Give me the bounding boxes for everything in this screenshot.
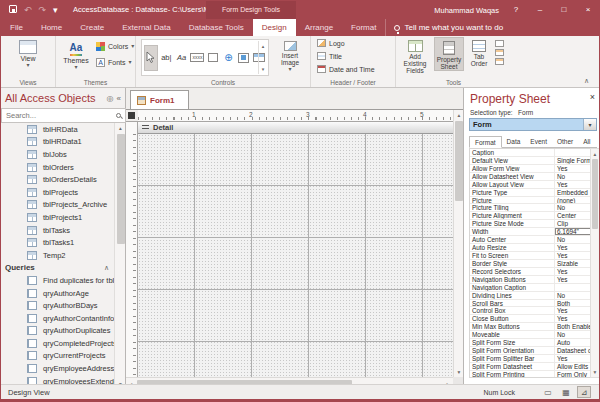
property-row-allow-datasheet-view[interactable]: Allow Datasheet ViewNo [470,173,591,181]
property-value[interactable]: No [555,204,591,211]
search-input[interactable]: Search... [1,108,126,123]
undo-icon[interactable]: ↶ [24,1,32,19]
nav-item-qryauthorage[interactable]: qryAuthorAge [1,287,115,300]
button-control[interactable]: xxxx [190,45,204,71]
property-value[interactable]: No [555,236,591,243]
gallery-scroll[interactable]: ▴▾ [258,41,267,74]
save-icon[interactable] [9,1,17,19]
hyperlink-control[interactable]: ⊕ [222,45,235,71]
property-value[interactable]: Allow Edits [555,363,591,370]
property-value[interactable] [555,284,591,291]
property-row-dividing-lines[interactable]: Dividing LinesNo [470,292,591,300]
tell-me-box[interactable]: Tell me what you want to do [385,19,511,36]
property-sheet-scrollbar[interactable]: ▴ ▾ [590,148,600,378]
property-value[interactable]: Yes [555,252,591,259]
help-button[interactable]: ? [509,1,523,19]
nav-item-tblprojects-archive[interactable]: tblProjects_Archive [1,199,115,212]
property-value[interactable]: No [555,292,591,299]
nav-item-tbltasks[interactable]: tblTasks [1,224,115,237]
property-value[interactable]: Yes [555,181,591,188]
property-sheet-close-icon[interactable]: × [590,92,595,102]
property-row-navigation-caption[interactable]: Navigation Caption [470,284,591,292]
property-row-split-form-datasheet[interactable]: Split Form DatasheetAllow Edits [470,363,591,371]
ribbon-tab-database-tools[interactable]: Database Tools [180,19,253,36]
property-value[interactable]: Both Enabled [555,323,591,330]
detail-section-bar[interactable]: Detail [138,122,453,134]
web-browser-control[interactable] [237,45,250,71]
property-value[interactable]: Sizable [555,260,591,267]
nav-item-temp2[interactable]: Temp2 [1,249,115,262]
qat-customize-icon[interactable]: ▾ [53,1,58,19]
horizontal-ruler[interactable]: 12345 [138,110,453,122]
document-tab-form1[interactable]: Form1 [130,90,189,109]
property-row-picture-type[interactable]: Picture TypeEmbedded [470,189,591,197]
property-row-picture-tiling[interactable]: Picture TilingNo [470,204,591,212]
property-row-record-selectors[interactable]: Record SelectorsYes [470,268,591,276]
property-value[interactable]: Yes [555,244,591,251]
property-value[interactable]: Center [555,212,591,219]
property-row-picture[interactable]: Picture(none) [470,197,591,205]
object-selector-combobox[interactable]: Form ▾ [469,118,597,131]
scroll-up-icon[interactable]: ▴ [115,123,126,133]
nav-item-tblhrdata[interactable]: tblHRData [1,123,115,136]
combo-dropdown-icon[interactable]: ▾ [583,119,596,130]
property-row-split-form-size[interactable]: Split Form SizeAuto [470,339,591,347]
ribbon-tab-external-data[interactable]: External Data [113,19,179,36]
select-tool[interactable] [144,45,158,71]
add-existing-fields-button[interactable]: Add Existing Fields [398,37,432,74]
context-tab-group-form-design-tools[interactable]: Form Design Tools [206,1,296,19]
property-tab-data[interactable]: Data [502,136,526,147]
property-value[interactable] [555,149,591,156]
insert-image-button[interactable]: Insert Image ▾ [274,38,306,72]
redo-icon[interactable]: ↷ [39,1,47,19]
property-row-picture-size-mode[interactable]: Picture Size ModeClip [470,220,591,228]
form-selector-box[interactable] [128,112,135,119]
canvas-vscroll-thumb[interactable] [455,121,463,201]
property-value[interactable]: Datasheet on Top [555,347,591,354]
scroll-down-icon[interactable]: ▾ [591,367,599,377]
property-value[interactable]: No [555,173,591,180]
nav-scroll-thumb[interactable] [117,134,125,244]
property-row-close-button[interactable]: Close ButtonYes [470,315,591,323]
property-value[interactable]: Yes [555,315,591,322]
nav-item-qryemployeeaddresses[interactable]: qryEmployeeAddresses [1,362,115,375]
ribbon-tab-arrange[interactable]: Arrange [296,19,342,36]
nav-item-qryauthorduplicates[interactable]: qryAuthorDuplicates [1,325,115,338]
property-value[interactable]: Auto [555,339,591,346]
nav-item-tblprojects1[interactable]: tblProjects1 [1,211,115,224]
nav-item-tblprojects[interactable]: tblProjects [1,186,115,199]
view-code-icon[interactable] [495,49,504,56]
design-grid[interactable] [138,134,453,377]
ribbon-tab-create[interactable]: Create [71,19,113,36]
date-and-time-button[interactable]: Date and Time [317,65,375,73]
canvas-vertical-scrollbar[interactable]: ▴ ▾ [453,110,463,377]
nav-item-tbltasks1[interactable]: tblTasks1 [1,236,115,249]
property-value[interactable]: Both [555,300,591,307]
subform-in-new-window-icon[interactable] [495,40,504,47]
property-value[interactable]: Form Only [555,371,591,378]
property-value[interactable]: Embedded [555,189,591,196]
nav-item-qryauthorbdays[interactable]: qryAuthorBDays [1,299,115,312]
property-row-border-style[interactable]: Border StyleSizable [470,260,591,268]
ps-scroll-thumb[interactable] [592,159,598,229]
tab-control[interactable] [206,45,219,71]
property-sheet-button[interactable]: Property Sheet [434,37,464,71]
collapse-ribbon-icon[interactable]: ∧ [584,77,589,85]
nav-item-qryauthorcontantinfo[interactable]: qryAuthorContantInfo [1,312,115,325]
property-row-split-form-orientation[interactable]: Split Form OrientationDatasheet on Top [470,347,591,355]
close-button[interactable]: × [581,1,595,19]
nav-item-qrycompletedprojects[interactable]: qryCompletedProjects [1,337,115,350]
maximize-button[interactable]: □ [557,1,571,19]
property-value[interactable]: (none) [555,197,591,204]
form-view-icon[interactable]: ▭ [541,386,555,398]
nav-group-queries[interactable]: Queries∧ [1,262,115,275]
property-row-fit-to-screen[interactable]: Fit to ScreenYes [470,252,591,260]
nav-item-find-duplicates-for-tblauthors[interactable]: Find duplicates for tblAuthors [1,274,115,287]
property-value[interactable]: Yes [555,268,591,275]
nav-item-tbljobs[interactable]: tblJobs [1,148,115,161]
property-value[interactable]: Yes [555,276,591,283]
property-row-scroll-bars[interactable]: Scroll BarsBoth [470,300,591,308]
text-box-control[interactable]: ab| [160,45,173,71]
property-row-moveable[interactable]: MoveableNo [470,331,591,339]
logo-button[interactable]: Logo [317,39,345,47]
